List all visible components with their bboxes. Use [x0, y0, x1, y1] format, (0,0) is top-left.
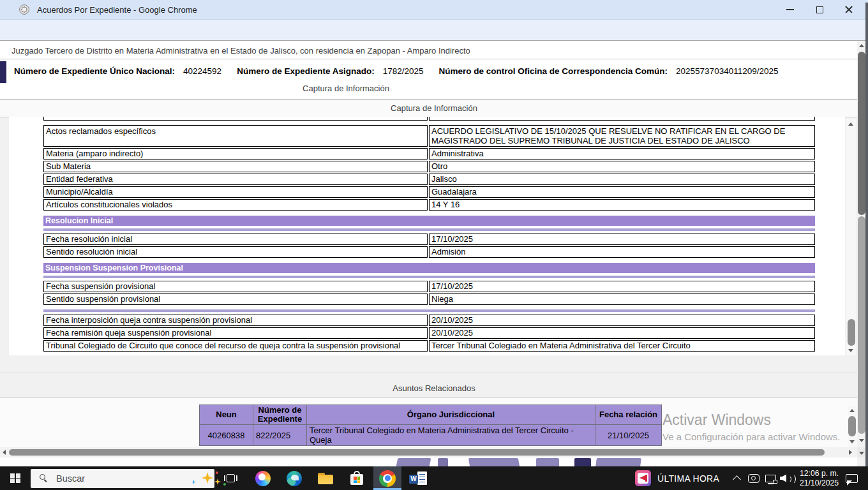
chrome-button-active[interactable] [373, 466, 401, 490]
field-value-cell: 20/10/2025 [429, 327, 815, 339]
file-explorer-icon [318, 473, 333, 484]
word-button[interactable]: W [405, 466, 433, 490]
field-value-cell: 17/10/2025 [429, 234, 815, 245]
asuntos-table-header: NeunNúmero de ExpedienteÓrgano Jurisdicc… [200, 405, 662, 425]
start-button[interactable] [0, 466, 31, 490]
field-value-cell: Administrativa [429, 148, 815, 160]
field-label-cell: Sub Materia [43, 161, 428, 172]
maximize-button[interactable] [805, 0, 834, 19]
section-header: Resolucion Inicial [43, 216, 815, 226]
page-content-peek [0, 457, 857, 466]
minimize-button[interactable] [775, 0, 805, 19]
asuntos-header-cell: Número de Expediente [253, 405, 307, 425]
close-button[interactable] [834, 0, 864, 19]
task-view-button[interactable] [217, 466, 245, 490]
field-value-cell: Niega [429, 293, 815, 305]
horizontal-scrollbar-thumb[interactable] [9, 449, 825, 456]
tray-expand-button[interactable] [729, 466, 744, 490]
field-value-cell: 14 Y 16 [429, 199, 815, 211]
asuntos-cell: 822/2025 [253, 425, 307, 446]
edge-icon [287, 471, 302, 486]
cast-icon [748, 474, 760, 483]
cast-button[interactable] [745, 466, 762, 490]
field-label-cell: Sentido suspensión provisional [43, 293, 428, 305]
field-label-cell: Fecha remisión queja suspensión provisio… [43, 327, 428, 339]
scroll-up-icon[interactable] [849, 409, 855, 412]
scroll-down-icon[interactable] [849, 440, 855, 443]
court-header-band: Juzgado Tercero de Distrito en Materia A… [0, 41, 857, 59]
expediente-field-value: 20255737034011209/2025 [676, 66, 778, 76]
section-underline [43, 228, 815, 231]
news-widget[interactable]: ÚLTIMA HORA [635, 466, 719, 490]
outer-scrollbar-thumb[interactable] [858, 52, 865, 215]
action-center-button[interactable] [840, 466, 863, 490]
capture-row: Fecha resolución inicial17/10/2025 [43, 234, 845, 245]
taskbar-clock[interactable]: 12:06 p. m. 21/10/2025 [794, 466, 839, 490]
asuntos-cell: Tercer Tribunal Colegiado en Materia Adm… [307, 425, 595, 446]
divider-line [0, 373, 857, 373]
capture-row: Sentido suspensión provisionalNiega [43, 293, 845, 305]
scroll-down-icon[interactable] [859, 439, 864, 442]
scroll-right-icon[interactable] [849, 450, 852, 455]
edge-button[interactable] [280, 466, 308, 490]
capture-row: Fecha remisión queja suspensión provisio… [43, 327, 845, 339]
field-value-cell: Jalisco [429, 174, 815, 185]
expediente-field-label: Número de Expediente Único Nacional: [14, 66, 175, 76]
field-value-cell: 17/10/2025 [429, 281, 815, 292]
window-edge [865, 3, 868, 466]
minimize-icon [786, 9, 794, 10]
store-button[interactable] [343, 466, 371, 490]
address-bar[interactable]: dgej.cjf.gob.mx/internet/expedientes/Exp… [0, 20, 868, 41]
scroll-down-icon[interactable] [848, 349, 853, 352]
search-input[interactable] [55, 473, 140, 484]
taskbar-search[interactable] [31, 469, 214, 488]
field-label-cell: Artículos constitucionales violados [43, 199, 428, 211]
capture-title-outer-band [0, 83, 857, 100]
capture-row: Artículos constitucionales violados14 Y … [43, 199, 845, 211]
asuntos-header-cell: Fecha relación [595, 405, 662, 425]
capture-frame: Actos reclamados específicosACUERDO LEGI… [9, 117, 845, 355]
asuntos-row: 40260838822/2025Tercer Tribunal Colegiad… [200, 425, 662, 446]
store-icon [350, 474, 363, 485]
volume-icon [780, 473, 793, 484]
expediente-field-value: 40224592 [183, 66, 221, 76]
chevron-up-icon [733, 475, 741, 484]
field-value-cell: Tercer Tribunal Colegiado en Materia Adm… [429, 340, 815, 352]
volume-button[interactable] [777, 466, 795, 490]
field-label-cell: Fecha interposición queja contra suspens… [43, 315, 428, 326]
scroll-down-icon[interactable] [859, 452, 864, 455]
field-label-cell: Tribunal Colegiado de Circuito que conoc… [43, 340, 428, 352]
asuntos-scrollbar-thumb[interactable] [848, 416, 856, 436]
scroll-left-icon[interactable] [3, 450, 6, 455]
field-label-cell: Municipio/Alcaldía [43, 186, 428, 198]
outer-scrollbar-thumb-lower[interactable] [858, 216, 865, 434]
clock-time: 12:06 p. m. [800, 469, 839, 479]
network-button[interactable] [762, 466, 779, 490]
copilot-button[interactable] [249, 466, 277, 490]
word-icon: W [409, 471, 428, 486]
asuntos-table: NeunNúmero de ExpedienteÓrgano Jurisdicc… [199, 405, 662, 446]
section-underline [43, 276, 815, 278]
scroll-up-icon[interactable] [848, 122, 853, 126]
news-headline: ÚLTIMA HORA [657, 473, 719, 484]
frame-scrollbar-thumb[interactable] [848, 319, 855, 346]
field-label-cell: Entidad federativa [43, 174, 428, 185]
file-explorer-button[interactable] [311, 466, 340, 490]
scroll-up-icon[interactable] [859, 44, 864, 47]
clock-date: 21/10/2025 [800, 479, 839, 488]
field-label-cell: Sentido resolución inicial [43, 246, 428, 258]
capture-row: Entidad federativaJalisco [43, 174, 845, 185]
start-icon [10, 473, 20, 484]
expediente-field-value: 1782/2025 [383, 66, 424, 76]
asuntos-title: Asuntos Relacionados [393, 383, 475, 393]
field-value-cell: ACUERDO LEGISLATIVO DE 15/10/2025 QUE RE… [429, 125, 815, 147]
capture-row: Sentido resolución inicialAdmisión [43, 246, 845, 258]
field-label-cell: Fecha resolución inicial [43, 234, 428, 245]
asuntos-cell: 21/10/2025 [595, 425, 662, 446]
field-label-cell: Actos reclamados específicos [43, 125, 428, 147]
field-label-cell: Materia (amparo indirecto) [43, 148, 428, 160]
gov-seal-icon [19, 4, 29, 15]
field-value-cell: Otro [429, 161, 815, 172]
action-center-icon [846, 474, 858, 483]
sparkle-icon [191, 480, 196, 484]
